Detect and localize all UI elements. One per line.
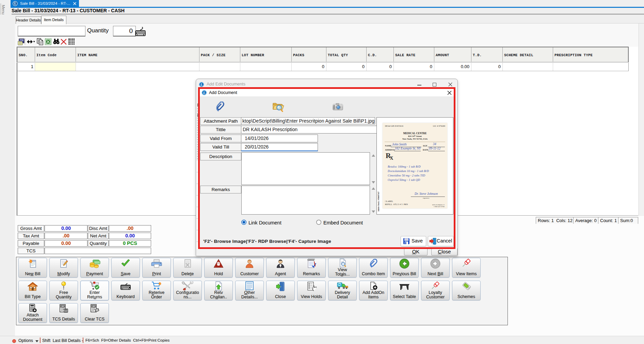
svg-text:TCS: TCS xyxy=(92,306,95,308)
svg-text:L: L xyxy=(200,83,203,87)
svg-text:TCS: TCS xyxy=(61,306,64,308)
svg-text:L: L xyxy=(14,2,16,5)
svg-text:L: L xyxy=(203,91,205,95)
